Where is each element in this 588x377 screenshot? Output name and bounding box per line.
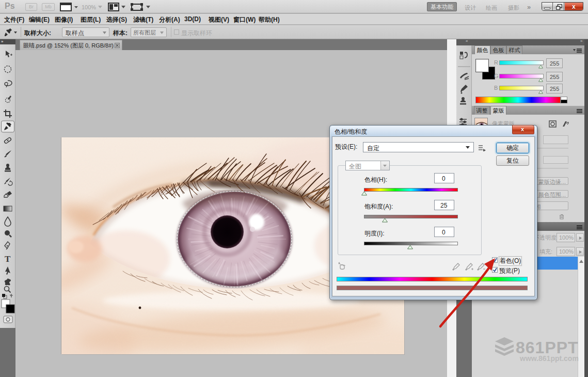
svg-text:T: T xyxy=(5,254,11,264)
svg-text:www.861ppt.com: www.861ppt.com xyxy=(519,354,579,363)
